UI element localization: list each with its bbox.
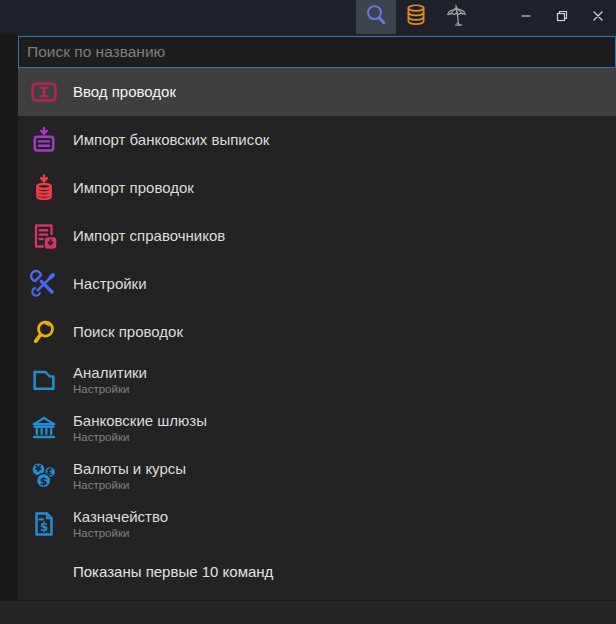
bank-icon [28,412,60,444]
search-input[interactable] [19,37,615,67]
import-card-icon [28,124,60,156]
command-label: Аналитики [73,364,147,381]
command-list: Ввод проводок Импорт банковских выписок [18,68,616,548]
close-icon [592,8,604,26]
svg-text:$: $ [40,475,48,488]
command-label: Ввод проводок [73,83,176,100]
currencies-icon: ¥ € $ [28,460,60,492]
command-item-import-directories[interactable]: Импорт справочников [18,212,616,260]
treasury-icon: $ [28,508,60,540]
minimize-icon [520,8,532,26]
import-database-icon [28,172,60,204]
titlebar-tools [356,0,476,34]
toolbar-search-button[interactable] [356,0,396,34]
text-input-icon [28,76,60,108]
command-label: Импорт справочников [73,227,225,244]
command-label: Поиск проводок [73,323,183,340]
folder-icon [28,364,60,396]
command-item-search-entries[interactable]: Поиск проводок [18,308,616,356]
toolbar-database-button[interactable] [396,0,436,34]
close-button[interactable] [580,0,616,34]
command-item-input-entries[interactable]: Ввод проводок [18,68,616,116]
restore-button[interactable] [544,0,580,34]
svg-text:¥: ¥ [35,464,42,474]
database-icon [403,2,429,32]
command-item-currencies-rates[interactable]: ¥ € $ Валюты и курсы Настройки [18,452,616,500]
search-icon [363,2,389,32]
tools-icon [28,268,60,300]
command-sublabel: Настройки [73,527,168,540]
command-item-analytics[interactable]: Аналитики Настройки [18,356,616,404]
titlebar [0,0,616,34]
command-label: Валюты и курсы [73,460,186,477]
window-left-gutter [0,34,18,601]
import-document-icon [28,220,60,252]
command-sublabel: Настройки [73,479,186,492]
command-label: Банковские шлюзы [73,412,207,429]
command-label: Казначейство [73,508,168,525]
command-item-import-bank-statements[interactable]: Импорт банковских выписок [18,116,616,164]
window-controls [508,0,616,34]
restore-icon [556,8,568,26]
command-sublabel: Настройки [73,383,147,396]
command-label: Импорт банковских выписок [73,131,269,148]
command-sublabel: Настройки [73,431,207,444]
results-footer: Показаны первые 10 команд [18,548,616,595]
command-label: Настройки [73,275,147,292]
results-count-text: Показаны первые 10 команд [73,563,273,580]
command-item-treasury[interactable]: $ Казначейство Настройки [18,500,616,548]
command-item-settings[interactable]: Настройки [18,260,616,308]
toolbar-umbrella-button[interactable] [436,0,476,34]
svg-text:$: $ [40,520,48,534]
command-item-bank-gateways[interactable]: Банковские шлюзы Настройки [18,404,616,452]
command-item-import-entries[interactable]: Импорт проводок [18,164,616,212]
search-field-wrap [18,36,616,68]
command-palette: Ввод проводок Импорт банковских выписок [18,36,616,601]
command-label: Импорт проводок [73,179,194,196]
magnifier-icon [28,316,60,348]
umbrella-icon [443,2,470,33]
minimize-button[interactable] [508,0,544,34]
